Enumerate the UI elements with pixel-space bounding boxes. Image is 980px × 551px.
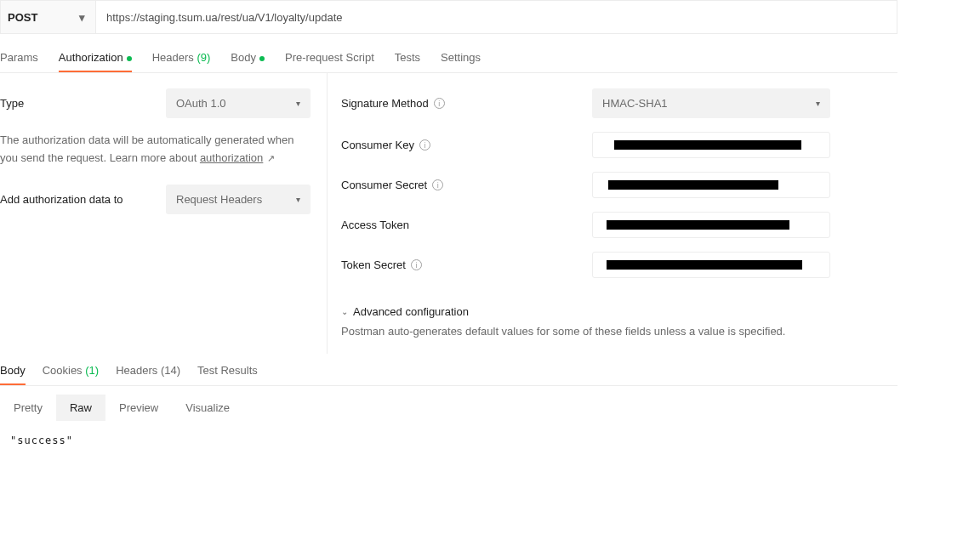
consumer-key-label: Consumer Keyi <box>341 139 592 151</box>
tab-body[interactable]: Body <box>231 44 265 72</box>
tab-settings[interactable]: Settings <box>441 44 481 72</box>
advanced-config-desc: Postman auto-generates default values fo… <box>341 325 897 338</box>
resp-tab-tests[interactable]: Test Results <box>197 357 258 385</box>
info-icon[interactable]: i <box>432 179 443 190</box>
tab-headers[interactable]: Headers (9) <box>152 44 211 72</box>
response-tabs: Body Cookies (1) Headers (14) Test Resul… <box>0 357 897 386</box>
view-tabs: Pretty Raw Preview Visualize <box>0 395 897 421</box>
http-method-select[interactable]: POST ▾ <box>1 1 96 33</box>
http-method: POST <box>8 11 37 24</box>
info-icon[interactable]: i <box>434 98 445 109</box>
tab-tests[interactable]: Tests <box>395 44 420 72</box>
tab-prerequest[interactable]: Pre-request Script <box>285 44 374 72</box>
consumer-secret-input[interactable] <box>592 172 830 198</box>
auth-type-select[interactable]: OAuth 1.0 ▾ <box>166 88 311 118</box>
url-input[interactable] <box>96 1 897 33</box>
token-secret-label: Token Secreti <box>341 258 592 271</box>
chevron-down-icon: ▾ <box>816 99 820 108</box>
auth-left-panel: Type OAuth 1.0 ▾ The authorization data … <box>0 73 328 354</box>
access-token-label: Access Token <box>341 219 592 231</box>
dot-icon <box>259 56 265 61</box>
dot-icon <box>127 56 132 61</box>
auth-type-label: Type <box>0 97 166 110</box>
consumer-secret-label: Consumer Secreti <box>341 179 592 191</box>
chevron-down-icon: ▾ <box>296 195 300 204</box>
resp-tab-cookies[interactable]: Cookies (1) <box>43 357 99 385</box>
view-tab-pretty[interactable]: Pretty <box>0 395 56 421</box>
auth-right-panel: Signature Methodi HMAC-SHA1 ▾ Consumer K… <box>328 73 897 354</box>
chevron-down-icon: ▾ <box>79 11 85 24</box>
add-auth-data-select[interactable]: Request Headers ▾ <box>166 185 311 214</box>
view-tab-visualize[interactable]: Visualize <box>172 395 243 421</box>
resp-tab-headers[interactable]: Headers (14) <box>116 357 180 385</box>
view-tab-preview[interactable]: Preview <box>105 395 172 421</box>
signature-method-select[interactable]: HMAC-SHA1 ▾ <box>592 88 830 118</box>
signature-method-label: Signature Methodi <box>341 97 592 110</box>
tab-params[interactable]: Params <box>0 44 38 72</box>
info-icon[interactable]: i <box>419 139 430 151</box>
token-secret-input[interactable] <box>592 252 830 278</box>
resp-tab-body[interactable]: Body <box>0 357 26 385</box>
advanced-config-toggle[interactable]: ⌄ Advanced configuration <box>341 305 897 318</box>
chevron-down-icon: ⌄ <box>341 307 348 316</box>
info-icon[interactable]: i <box>411 259 422 270</box>
response-body[interactable]: "success" <box>0 421 897 460</box>
external-link-icon: ↗ <box>265 153 275 163</box>
chevron-down-icon: ▾ <box>296 99 300 108</box>
view-tab-raw[interactable]: Raw <box>56 395 105 421</box>
consumer-key-input[interactable] <box>592 132 830 158</box>
request-tabs: Params Authorization Headers (9) Body Pr… <box>0 44 897 73</box>
access-token-input[interactable] <box>592 212 830 238</box>
url-bar: POST ▾ <box>0 0 897 34</box>
auth-help-text: The authorization data will be automatic… <box>0 132 313 168</box>
add-auth-data-label: Add authorization data to <box>0 193 166 206</box>
authorization-link[interactable]: authorization <box>200 151 263 164</box>
tab-authorization[interactable]: Authorization <box>59 44 132 72</box>
